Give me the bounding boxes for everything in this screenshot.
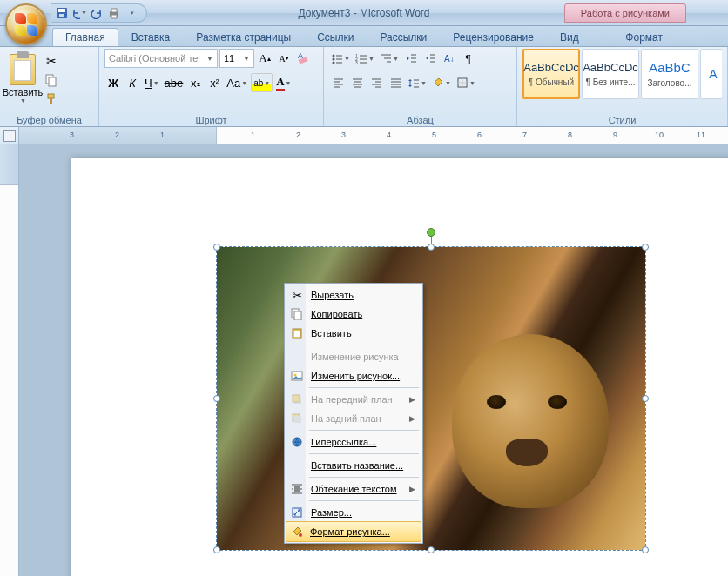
group-title-paragraph: Абзац: [329, 114, 511, 126]
align-left-button[interactable]: [329, 73, 347, 92]
ctx-cut[interactable]: ✂ Вырезать: [286, 285, 421, 305]
dropdown-arrow-icon: ▼: [81, 10, 87, 16]
ctx-change-picture[interactable]: Изменить рисунок...: [286, 366, 421, 385]
resize-handle-top-left[interactable]: [213, 244, 220, 251]
save-icon: [56, 7, 68, 19]
tab-selector[interactable]: [0, 127, 19, 144]
ctx-send-to-back: На задний план ▶: [286, 409, 421, 428]
copy-icon: [289, 306, 305, 322]
qat-customize-button[interactable]: ▾: [124, 5, 139, 21]
rotation-handle[interactable]: [427, 228, 435, 237]
tab-review[interactable]: Рецензирование: [440, 28, 547, 46]
grow-font-button[interactable]: A▴: [256, 49, 273, 68]
resize-handle-top-right[interactable]: [642, 244, 649, 251]
indent-icon: [424, 52, 436, 64]
ctx-size[interactable]: Размер...: [286, 503, 421, 522]
sort-button[interactable]: A↓: [441, 49, 458, 68]
inserted-picture[interactable]: [217, 247, 645, 550]
ctx-label: Размер...: [311, 507, 352, 518]
print-button[interactable]: [106, 5, 122, 21]
cut-button[interactable]: ✂: [42, 52, 61, 70]
style-preview: AaBbCcDc: [523, 61, 579, 74]
ruler-horizontal[interactable]: 3 2 1 1 2 3 4 5 6 7 8 9 10 11: [0, 127, 728, 144]
align-center-button[interactable]: [348, 73, 366, 92]
italic-button[interactable]: К: [124, 73, 141, 92]
justify-button[interactable]: [387, 73, 404, 92]
superscript-button[interactable]: x²: [206, 73, 223, 92]
change-case-button[interactable]: Aa▼: [225, 73, 249, 92]
ctx-copy[interactable]: Копировать: [286, 305, 421, 324]
align-right-button[interactable]: [367, 73, 385, 92]
save-button[interactable]: [54, 5, 70, 21]
resize-handle-mid-left[interactable]: [213, 395, 220, 402]
align-left-icon: [332, 77, 344, 89]
bold-button[interactable]: Ж: [104, 73, 122, 92]
resize-handle-bottom-left[interactable]: [213, 546, 220, 553]
resize-handle-bottom-mid[interactable]: [428, 546, 435, 553]
shading-button[interactable]: ▼: [430, 73, 453, 92]
globe-icon: [289, 434, 305, 450]
highlight-button[interactable]: ab▼: [251, 73, 273, 92]
svg-point-12: [333, 55, 335, 57]
tab-insert[interactable]: Вставка: [118, 28, 184, 46]
font-color-button[interactable]: A▼: [274, 73, 293, 92]
style-heading1[interactable]: AaBbC Заголово...: [641, 49, 698, 99]
numbering-button[interactable]: 123▼: [354, 49, 376, 68]
ctx-label: Изменение рисунка: [311, 352, 399, 362]
bullets-button[interactable]: ▼: [329, 49, 352, 68]
redo-button[interactable]: [89, 5, 104, 21]
ctx-hyperlink[interactable]: Гиперссылка...: [286, 432, 421, 452]
style-heading2[interactable]: A: [700, 49, 722, 99]
paste-button[interactable]: Вставить ▼: [5, 49, 40, 108]
tab-view[interactable]: Вид: [547, 28, 592, 46]
svg-rect-7: [49, 77, 56, 86]
chevron-down-icon: ▼: [286, 80, 292, 86]
ctx-format-picture[interactable]: Формат рисунка...: [286, 521, 421, 542]
eraser-icon: A: [296, 51, 310, 65]
resize-handle-bottom-right[interactable]: [642, 546, 649, 553]
font-size-combo[interactable]: 11▼: [219, 49, 254, 68]
style-no-spacing[interactable]: AaBbCcDc ¶ Без инте...: [582, 49, 639, 99]
svg-rect-9: [50, 98, 52, 104]
tab-home[interactable]: Главная: [52, 28, 118, 46]
chevron-down-icon: ▼: [243, 55, 250, 63]
increase-indent-button[interactable]: [421, 49, 439, 68]
chevron-down-icon: ▼: [344, 56, 350, 62]
shrink-font-button[interactable]: A▾: [275, 49, 293, 68]
style-normal[interactable]: AaBbCcDc ¶ Обычный: [522, 49, 580, 99]
ctx-label: На задний план: [311, 413, 381, 424]
tab-mailings[interactable]: Рассылки: [367, 28, 440, 46]
ctx-insert-caption[interactable]: Вставить название...: [286, 456, 421, 475]
tab-page-layout[interactable]: Разметка страницы: [183, 28, 304, 46]
group-title-clipboard: Буфер обмена: [5, 114, 93, 126]
font-size-value: 11: [224, 53, 234, 64]
format-painter-button[interactable]: [42, 90, 61, 108]
copy-button[interactable]: [42, 71, 61, 89]
selected-image-container[interactable]: [217, 247, 645, 550]
line-spacing-button[interactable]: ▼: [406, 73, 428, 92]
borders-button[interactable]: ▼: [455, 73, 477, 92]
ctx-label: Вставить: [311, 328, 352, 338]
office-logo-icon: [15, 13, 37, 36]
tab-format[interactable]: Формат: [612, 28, 676, 46]
ctx-label: Гиперссылка...: [311, 437, 376, 447]
multilevel-list-button[interactable]: ▼: [378, 49, 401, 68]
office-button[interactable]: [5, 3, 47, 45]
tab-references[interactable]: Ссылки: [304, 28, 367, 46]
clear-formatting-button[interactable]: A: [294, 49, 312, 68]
ruler-tick: 11: [697, 131, 705, 139]
underline-button[interactable]: Ч▼: [143, 73, 161, 92]
ctx-text-wrapping[interactable]: Обтекание текстом ▶: [286, 479, 421, 499]
resize-handle-top-mid[interactable]: [428, 244, 435, 251]
font-name-combo[interactable]: Calibri (Основной те▼: [104, 49, 218, 68]
ctx-paste[interactable]: Вставить: [286, 324, 421, 343]
strikethrough-button[interactable]: abe: [163, 73, 185, 92]
subscript-button[interactable]: x₂: [186, 73, 204, 92]
resize-handle-mid-right[interactable]: [642, 395, 649, 402]
scissors-icon: ✂: [289, 287, 305, 303]
show-marks-button[interactable]: ¶: [460, 49, 477, 68]
undo-button[interactable]: ▼: [71, 5, 87, 21]
decrease-indent-button[interactable]: [402, 49, 420, 68]
font-name-value: Calibri (Основной те: [109, 53, 198, 64]
ruler-vertical[interactable]: [0, 144, 19, 576]
